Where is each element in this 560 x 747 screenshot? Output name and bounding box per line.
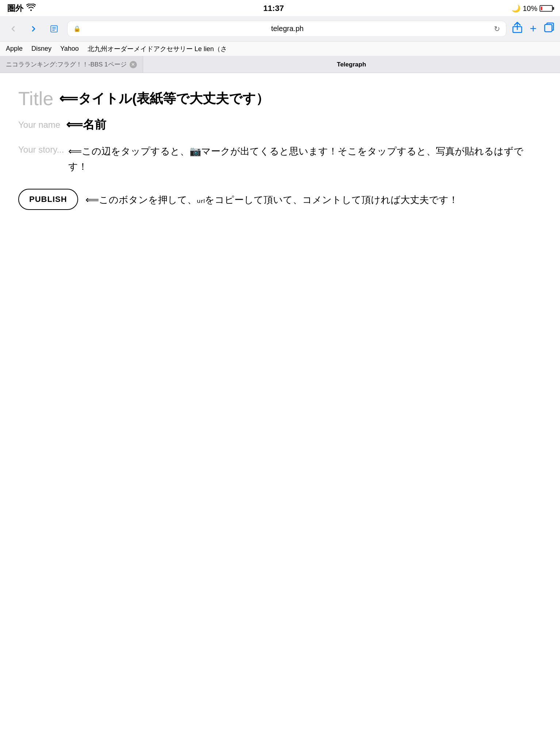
name-row: Your name ⟸名前 [18,117,542,133]
title-row: Title ⟸タイトル(表紙等で大丈夫です） [18,88,542,110]
name-annotation: ⟸名前 [66,117,106,133]
publish-button[interactable]: PUBLISH [18,189,78,210]
battery-fill [541,7,542,10]
nav-bar: 🔒 telegra.ph ↻ + [0,16,560,42]
name-placeholder[interactable]: Your name [18,120,60,130]
story-placeholder[interactable]: Your story... [18,144,64,155]
address-bar[interactable]: 🔒 telegra.ph ↻ [67,21,506,37]
publish-annotation: ⟸このボタンを押して、ᵤᵣₗをコピーして頂いて、コメントして頂ければ大丈夫です！ [85,189,458,208]
moon-icon: 🌙 [511,4,521,13]
tab-bar: ニコラランキング:フラグ！！-BBS 1ページ ✕ Telegraph [0,56,560,73]
battery-percent: 10% [523,4,537,13]
back-button[interactable] [6,22,20,36]
status-left: 圏外 [7,3,36,14]
tab-nicola[interactable]: ニコラランキング:フラグ！！-BBS 1ページ ✕ [0,56,143,73]
tab-telegraph-label: Telegraph [337,61,366,68]
address-url: telegra.ph [84,24,491,33]
add-tab-button[interactable]: + [530,22,537,35]
status-time: 11:37 [263,4,284,13]
tab-nicola-label: ニコラランキング:フラグ！！-BBS 1ページ [6,60,127,69]
toolbar-actions: + [512,22,554,36]
status-bar: 圏外 11:37 🌙 10% [0,0,560,16]
story-row: Your story... ⟸この辺をタップすると、📷マークが出てくると思います… [18,144,542,174]
tab-telegraph[interactable]: Telegraph [143,56,560,73]
tab-nicola-close[interactable]: ✕ [130,61,137,68]
bookmarks-bar: Apple Disney Yahoo 北九州オーダーメイドアクセサリー Le l… [0,42,560,56]
story-annotation: ⟸この辺をタップすると、📷マークが出てくると思います！そこをタップすると、写真が… [68,144,542,174]
signal-text: 圏外 [7,3,23,14]
title-annotation: ⟸タイトル(表紙等で大丈夫です） [59,90,269,108]
wifi-icon [26,4,36,13]
page-content: Title ⟸タイトル(表紙等で大丈夫です） Your name ⟸名前 You… [0,73,560,239]
battery-icon [540,5,553,12]
bookmark-yahoo[interactable]: Yahoo [60,45,79,53]
bookmark-disney[interactable]: Disney [31,45,51,53]
publish-row: PUBLISH ⟸このボタンを押して、ᵤᵣₗをコピーして頂いて、コメントして頂け… [18,189,542,210]
bookmark-apple[interactable]: Apple [6,45,23,53]
tabs-button[interactable] [544,22,554,35]
bookmarks-button[interactable] [47,22,61,36]
lock-icon: 🔒 [73,25,81,32]
status-right: 🌙 10% [511,4,553,13]
reload-button[interactable]: ↻ [494,24,500,33]
svg-rect-5 [545,24,552,32]
forward-button[interactable] [26,22,41,36]
title-placeholder[interactable]: Title [18,88,53,110]
share-button[interactable] [512,22,522,36]
bookmark-lien[interactable]: 北九州オーダーメイドアクセサリー Le lien（さ [88,45,227,53]
